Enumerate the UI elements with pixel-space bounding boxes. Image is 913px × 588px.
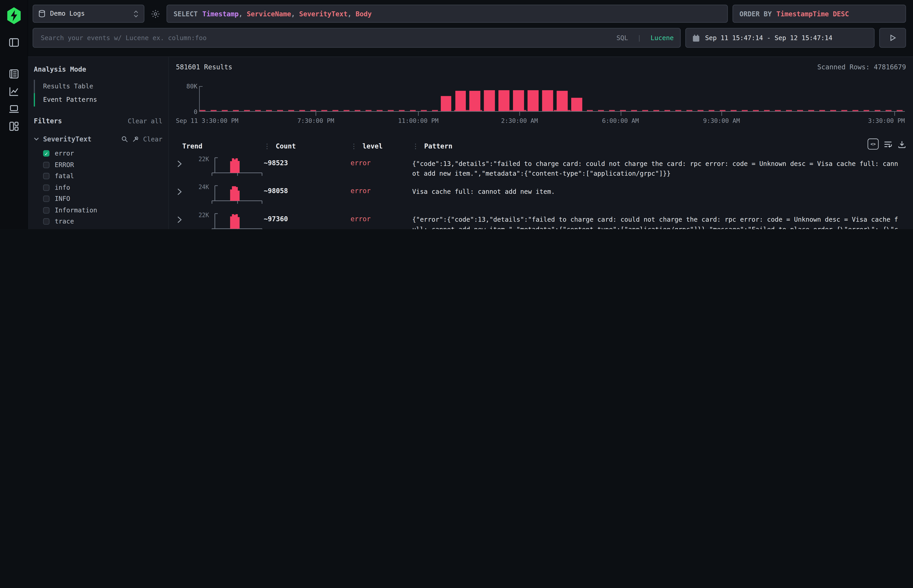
x-axis-tick [418, 112, 419, 116]
table-row[interactable]: 24K~98058errorVisa cache full: cannot ad… [175, 181, 906, 208]
filter-option-warn[interactable]: warn [34, 227, 162, 229]
filter-option-info[interactable]: info [34, 182, 162, 193]
column-grip-icon[interactable]: ⋮ [351, 142, 358, 150]
checkbox[interactable] [43, 218, 49, 225]
row-count: ~97360 [264, 212, 351, 223]
checkbox[interactable] [43, 173, 49, 179]
clear-all-button[interactable]: Clear all [128, 117, 162, 125]
histogram-bar[interactable] [484, 90, 495, 111]
mode-lucene-toggle[interactable]: Lucene [651, 34, 674, 42]
gear-icon [151, 9, 160, 18]
row-pattern[interactable]: {"error":{"code":13,"details":"failed to… [412, 212, 906, 229]
select-keyword: SELECT [173, 10, 198, 18]
search-logs-icon[interactable] [8, 68, 19, 79]
checkbox[interactable] [43, 162, 49, 168]
trend-sparkline: 24K [191, 184, 264, 205]
checkbox[interactable] [43, 184, 49, 191]
column-grip-icon[interactable]: ⋮ [264, 142, 270, 150]
checkbox[interactable] [43, 195, 49, 202]
filter-option-trace[interactable]: trace [34, 216, 162, 227]
analysis-mode-title: Analysis Mode [34, 65, 162, 73]
source-select[interactable]: Demo Logs [32, 5, 144, 23]
run-query-button[interactable] [879, 28, 906, 48]
column-grip-icon[interactable]: ⋮ [412, 142, 419, 150]
table-row[interactable]: 22K~98523error{"code":13,"details":"fail… [175, 153, 906, 181]
severity-group-name: SeverityText [43, 135, 91, 143]
row-expander[interactable] [176, 216, 191, 223]
histogram-bar[interactable] [571, 98, 582, 111]
search-icon[interactable] [121, 136, 128, 142]
events-histogram[interactable]: 80K 0 Sep 11 3:30:00 PM7:30:00 PM11:00:0… [176, 77, 906, 127]
histogram-bar[interactable] [528, 90, 539, 111]
row-pattern[interactable]: {"code":13,"details":"failed to charge c… [412, 156, 906, 179]
view-source-icon[interactable]: <> [868, 139, 879, 150]
checkbox[interactable]: ✓ [43, 150, 49, 157]
sidebar-toggle-icon[interactable] [8, 37, 19, 48]
wrap-lines-icon[interactable] [884, 140, 893, 148]
database-icon [38, 10, 45, 18]
row-level: error [351, 212, 412, 223]
calendar-icon [692, 34, 700, 42]
analysis-mode-item-event-patterns[interactable]: Event Patterns [34, 93, 162, 107]
option-label: Information [55, 207, 97, 214]
histogram-bar[interactable] [440, 96, 452, 111]
app-logo-icon[interactable] [6, 7, 21, 24]
select-fields: Timestamp, ServiceName, SeverityText, Bo… [202, 10, 372, 18]
x-axis-label: 7:30:00 PM [297, 117, 334, 124]
patterns-table-body: 22K~98523error{"code":13,"details":"fail… [175, 153, 906, 229]
histogram-plot: Sep 11 3:30:00 PM7:30:00 PM11:00:00 PM2:… [200, 86, 905, 112]
patterns-table-header: Trend ⋮Count ⋮level ⋮Pattern <> [175, 140, 906, 152]
table-row[interactable]: 22K~97360error{"error":{"code":13,"detai… [175, 208, 906, 229]
pin-icon[interactable] [132, 136, 139, 142]
results-count: 581601 Results [176, 63, 232, 74]
filter-option-fatal[interactable]: fatal [34, 170, 162, 182]
analysis-mode-item-results-table[interactable]: Results Table [34, 80, 162, 93]
order-by-input[interactable]: ORDER BY TimestampTime DESC [732, 5, 906, 23]
col-trend[interactable]: Trend [182, 142, 264, 150]
sessions-icon[interactable] [8, 103, 19, 115]
row-expander[interactable] [176, 160, 191, 168]
histogram-bar[interactable] [557, 91, 568, 111]
checkbox[interactable] [43, 207, 49, 213]
x-axis-tick [620, 112, 621, 116]
row-expander[interactable] [176, 188, 191, 195]
filter-option-error[interactable]: ✓error [34, 148, 162, 159]
source-settings-button[interactable] [149, 5, 162, 23]
chart-explorer-icon[interactable] [8, 86, 19, 97]
x-axis-label: 2:30:00 AM [501, 117, 538, 124]
histogram-bar[interactable] [542, 90, 553, 111]
download-icon[interactable] [898, 140, 906, 148]
query-field: Body [356, 10, 372, 18]
select-query-input[interactable]: SELECT Timestamp, ServiceName, SeverityT… [167, 5, 728, 23]
col-count[interactable]: ⋮Count [264, 142, 351, 150]
severity-clear-button[interactable]: Clear [143, 135, 162, 143]
histogram-bar[interactable] [513, 90, 524, 111]
histogram-bar[interactable] [455, 91, 466, 111]
severity-group-header[interactable]: SeverityText Clear [34, 135, 162, 143]
y-axis-zero-label: 0 [176, 108, 197, 115]
option-label: trace [55, 218, 74, 225]
col-level[interactable]: ⋮level [351, 142, 412, 150]
search-input[interactable] [40, 34, 611, 42]
x-axis-tick [722, 112, 722, 116]
x-axis-label: 6:00:00 AM [602, 117, 639, 124]
row-count: ~98058 [264, 184, 351, 195]
app-window: ? U Demo Logs [0, 0, 913, 229]
filter-option-Information[interactable]: Information [34, 205, 162, 216]
order-by-value: TimestampTime DESC [777, 10, 849, 18]
col-pattern[interactable]: ⋮Pattern [412, 142, 906, 150]
filter-option-ERROR[interactable]: ERROR [34, 159, 162, 170]
query-field: Timestamp [202, 10, 239, 18]
row-pattern[interactable]: Visa cache full: cannot add new item. [412, 184, 906, 197]
filter-option-INFO[interactable]: INFO [34, 193, 162, 204]
dashboards-icon[interactable] [8, 120, 19, 132]
search-bar: SQL | Lucene [32, 28, 681, 48]
x-axis-tick [894, 112, 895, 116]
time-range-picker[interactable]: Sep 11 15:47:14 - Sep 12 15:47:14 [685, 28, 874, 48]
x-axis-tick [316, 112, 316, 116]
histogram-bar[interactable] [469, 90, 481, 111]
option-label: INFO [55, 195, 70, 203]
mode-sql-toggle[interactable]: SQL [617, 34, 628, 42]
chevron-down-icon [34, 137, 39, 141]
histogram-bar[interactable] [499, 90, 510, 111]
